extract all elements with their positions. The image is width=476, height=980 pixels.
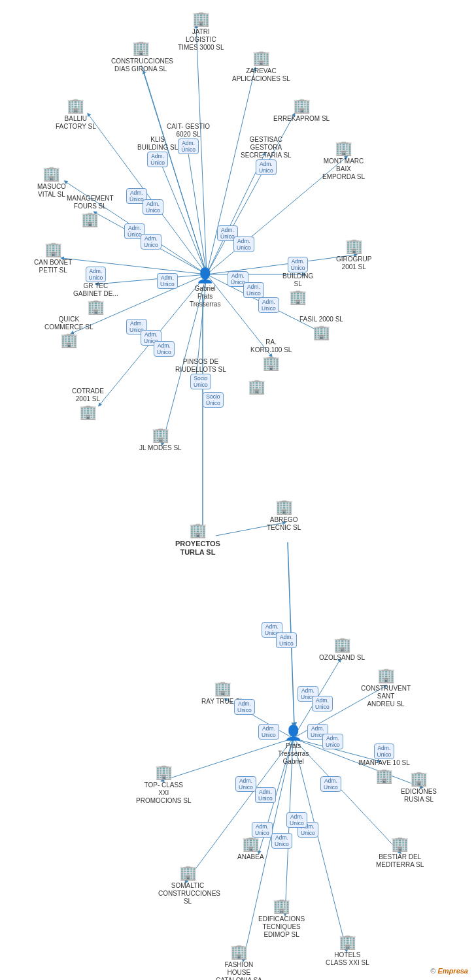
ra-kord-label: RA.KORD.100 SL: [250, 338, 292, 354]
zarevac-node: 🏢 ZAREVACAPLICACIONES SL: [232, 49, 290, 83]
adm-badge-center-1: Adm.Unico: [157, 273, 178, 289]
gabriel-prats-node: 👤 GabrielPratsTresserras: [190, 267, 220, 308]
proyectos-turla-icon: 🏢: [188, 521, 207, 540]
gr-tec-badge: Adm.Unico: [86, 267, 107, 282]
cotrade-label: COTRADE2001 SL: [72, 387, 104, 403]
jl-modes-icon: 🏢: [151, 426, 169, 444]
errekaprom-label: ERREKAPROM SL: [273, 115, 330, 123]
girogrup-label: GIROGRUP2001 SL: [336, 255, 371, 271]
svg-line-7: [157, 154, 207, 274]
fasil-label: FASIL 2000 SL: [299, 316, 343, 323]
person-icon: 👤: [196, 267, 214, 285]
anabea-node: 🏢 ANABEA: [237, 835, 264, 861]
building-sl-icon: 🏢: [289, 288, 307, 306]
building-sl-badge1: Adm.Único: [288, 257, 309, 272]
adm-badge-center-6: Adm.Unico: [258, 297, 279, 313]
adm-badge-c5: Adm.Unico: [243, 282, 264, 298]
adm-badge-lp5: Adm.Unico: [322, 734, 343, 749]
adm-badge-an1: Adm.Unico: [252, 822, 273, 838]
adm-badge-oz2: Adm.Unico: [276, 632, 297, 648]
can-bonet-node: 🏢 CAN BONETPETIT SL: [34, 240, 72, 274]
fasil-2000-node: FASIL 2000 SL 🏢: [299, 316, 343, 342]
building-pinsos-icon: 🏢: [247, 378, 265, 396]
adm-badge-lp5: Adm.Unico: [322, 734, 343, 749]
somaltic-node: 🏢 SOMALTICCONSTRUCCIONES SL: [158, 864, 217, 906]
adm-badge-bottom1: Adm.Unico: [320, 776, 341, 792]
gestisac-node: GESTISACGESTORASECRETARIA SL Adm.Unico: [241, 136, 292, 175]
bestiar-label: BESTIAR DELMEDITERRA SL: [376, 853, 424, 869]
cait-gestio-badge: Adm.Único: [178, 139, 199, 154]
quick-commerce-node: QUICKCOMMERCE SL 🏢: [44, 316, 93, 350]
mont-marc-node: 🏢 MONT MARCBAIXEMPORDA SL: [322, 139, 365, 181]
cotrade-icon: 🏢: [78, 403, 97, 421]
gr-tec-node: Adm.Unico GR TECGABINET DE... 🏢: [73, 267, 118, 316]
somaltic-label: SOMALTICCONSTRUCCIONES SL: [158, 882, 217, 906]
fashion-house-label: FASHIONHOUSECATALONIA SA: [216, 961, 262, 980]
cotrade-node: COTRADE2001 SL 🏢: [72, 387, 104, 421]
ray-true-icon: 🏢: [213, 679, 231, 698]
pinsos-label: PINSOS DERIUDELLOTS SL: [175, 358, 226, 374]
imanfave-badge: Adm.Unico: [374, 743, 395, 759]
errekaprom-icon: 🏢: [292, 97, 311, 115]
building-sl-node: Adm.Único BUILDINGSL 🏢: [282, 257, 313, 306]
adm-badge-anabea1: Adm.Unico: [252, 822, 273, 838]
klis-label: KLISBUILDING SL: [137, 136, 178, 152]
mont-marc-label: MONT MARCBAIXEMPORDA SL: [322, 157, 365, 181]
prats-tresserras-gabriel-node: 👤 PratsTresserrasGabriel: [278, 724, 309, 766]
adm-badge-anabea2: Adm.Unico: [271, 833, 292, 849]
adm-badge-c3: Adm.Unico: [233, 237, 254, 252]
can-bonet-icon: 🏢: [44, 240, 62, 259]
adm-badge-ozolsand2: Adm.Unico: [276, 632, 297, 648]
ozolsand-label: OZOLSAND SL: [319, 654, 365, 662]
mont-marc-icon: 🏢: [335, 139, 353, 157]
masuco-icon: 🏢: [42, 165, 61, 183]
adm-badge-lp3: Adm.Unico: [258, 724, 279, 740]
klis-badge: Adm.Único: [147, 152, 168, 167]
adm-badge-2: Adm.Unico: [143, 199, 163, 215]
quick-commerce-label: QUICKCOMMERCE SL: [44, 316, 93, 331]
adm-badge-la1: Adm.Unico: [235, 776, 256, 792]
fashion-house-node: 🏢 FASHIONHOUSECATALONIA SA: [216, 943, 262, 980]
klis-building-node: KLISBUILDING SL Adm.Único: [137, 136, 178, 167]
gestisac-badge: Adm.Unico: [256, 159, 277, 175]
adm-badge-la2: Adm.Unico: [255, 787, 276, 803]
adm-badge-4: Adm.Unico: [141, 234, 162, 250]
person-icon-2: 👤: [284, 724, 303, 742]
construcciones-dias-label: CONSTRUCCIONESDIAS GIRONA SL: [111, 57, 170, 73]
prats-tresserras-gabriel-label: PratsTresserrasGabriel: [278, 742, 309, 766]
masuco-label: MASUCOVITAL SL: [37, 183, 66, 199]
adm-badge-lp3: Adm.Unico: [258, 724, 279, 740]
zarevac-label: ZAREVACAPLICACIONES SL: [232, 67, 290, 83]
adm-badge-ray-true: Adm.Unico: [234, 699, 255, 715]
gr-tec-icon: 🏢: [86, 298, 105, 316]
imanfave-icon: 🏢: [375, 767, 393, 785]
construcciones-dias-icon: 🏢: [131, 39, 150, 57]
construvent-node: 🏢 CONSTRUVENTSANTANDREU SL: [361, 666, 411, 708]
adm-badge-an2: Adm.Unico: [271, 833, 292, 849]
proyectos-turla-node[interactable]: 🏢 PROYECTOSTURLA SL: [175, 521, 220, 557]
management-fours-icon: 🏢: [81, 210, 99, 229]
bestiar-icon: 🏢: [391, 835, 409, 853]
hotels-class-icon: 🏢: [338, 933, 356, 951]
jl-modes-label: JL MODES SL: [139, 444, 182, 452]
balliu-icon: 🏢: [67, 97, 85, 115]
top-class-icon: 🏢: [154, 763, 173, 781]
edificacions-label: EDIFICACIONSTECNIQUESEDIMOP SL: [258, 915, 305, 939]
gr-tec-label: GR TECGABINET DE...: [73, 282, 118, 298]
ediciones-rusia-icon: 🏢: [410, 770, 428, 788]
adm-badge-2: Adm.Unico: [143, 199, 163, 215]
imanfave-label: IMANFAVE 10 SL: [358, 759, 410, 767]
adm-badge-lp2: Adm.Unico: [312, 696, 333, 711]
adm-badge-c6: Adm.Unico: [258, 297, 279, 313]
network-diagram: 👤 GabrielPratsTresserras 🏢 PROYECTOSTURL…: [0, 0, 476, 980]
girogrup-icon: 🏢: [345, 237, 363, 255]
copyright: © Empresa: [430, 967, 468, 975]
abrego-tecnic-label: ABREGOTECNIC SL: [267, 516, 301, 532]
balliu-factory-node: 🏢 BALLIUFACTORY SL: [56, 97, 96, 131]
connection-lines: [0, 0, 476, 980]
bestiar-node: 🏢 BESTIAR DELMEDITERRA SL: [376, 835, 424, 869]
quick-commerce-icon: 🏢: [60, 331, 78, 350]
gestisac-label: GESTISACGESTORASECRETARIA SL: [241, 136, 292, 159]
management-fours-label: MANAGEMENTFOURS SL: [67, 195, 114, 210]
svg-line-6: [186, 140, 207, 274]
